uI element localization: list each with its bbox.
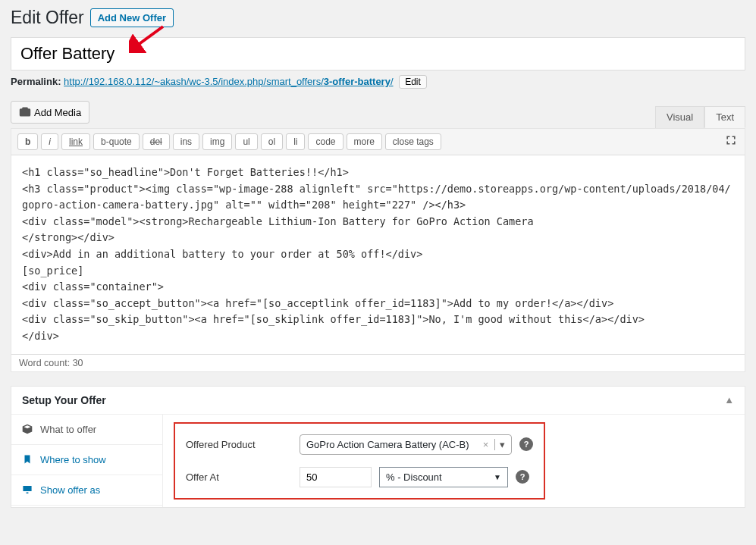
toolbar-del-button[interactable]: del xyxy=(143,133,170,150)
help-icon[interactable]: ? xyxy=(516,470,529,484)
cube-icon xyxy=(22,424,33,434)
setup-panel-title: Setup Your Offer xyxy=(22,394,106,406)
toolbar-ul-button[interactable]: ul xyxy=(235,133,257,150)
collapse-panel-icon[interactable]: ▲ xyxy=(724,394,734,406)
chevron-down-icon: ▼ xyxy=(494,473,501,481)
permalink-link[interactable]: http://192.168.0.112/~akash/wc-3.5/index… xyxy=(64,76,393,87)
word-count: Word count: 30 xyxy=(11,354,745,371)
page-title: Edit Offer xyxy=(11,8,84,28)
permalink-label: Permalink: xyxy=(11,76,61,87)
chevron-down-icon[interactable]: ▾ xyxy=(494,439,505,450)
toolbar-bquote-button[interactable]: b-quote xyxy=(93,133,140,150)
editor-toolbar: b i link b-quote del ins img ul ol li co… xyxy=(11,129,745,155)
add-media-button[interactable]: Add Media xyxy=(11,101,89,124)
offer-at-label: Offer At xyxy=(186,471,292,483)
toolbar-ins-button[interactable]: ins xyxy=(173,133,199,150)
fullscreen-icon[interactable] xyxy=(725,134,737,149)
permalink-row: Permalink: http://192.168.0.112/~akash/w… xyxy=(11,75,745,89)
toolbar-bold-button[interactable]: b xyxy=(17,133,38,150)
help-icon[interactable]: ? xyxy=(519,437,533,451)
edit-slug-button[interactable]: Edit xyxy=(399,75,427,89)
tab-text[interactable]: Text xyxy=(704,106,745,128)
toolbar-li-button[interactable]: li xyxy=(286,133,305,150)
editor-textarea[interactable]: <h1 class="so_headline">Don't Forget Bat… xyxy=(11,155,745,354)
bookmark-icon xyxy=(22,454,33,465)
nav-show-offer-as[interactable]: Show offer as xyxy=(11,475,162,506)
toolbar-link-button[interactable]: link xyxy=(61,133,90,150)
offer-at-input[interactable] xyxy=(300,467,372,487)
annotation-arrow-icon xyxy=(129,23,167,53)
toolbar-img-button[interactable]: img xyxy=(202,133,232,150)
toolbar-closetags-button[interactable]: close tags xyxy=(385,133,441,150)
nav-where-to-show[interactable]: Where to show xyxy=(11,445,162,475)
toolbar-more-button[interactable]: more xyxy=(347,133,382,150)
nav-what-to-offer[interactable]: What to offer xyxy=(11,415,162,445)
camera-icon xyxy=(19,106,31,118)
discount-type-select[interactable]: % - Discount ▼ xyxy=(379,467,508,487)
toolbar-ol-button[interactable]: ol xyxy=(261,133,283,150)
svg-line-1 xyxy=(135,27,163,47)
offered-product-select[interactable]: GoPro Action Camera Battery (AC-B) × ▾ xyxy=(300,434,512,455)
clear-product-icon[interactable]: × xyxy=(483,439,489,450)
offer-title-input[interactable] xyxy=(11,37,745,70)
toolbar-code-button[interactable]: code xyxy=(308,133,343,150)
offered-product-label: Offered Product xyxy=(186,439,292,450)
highlight-box: Offered Product GoPro Action Camera Batt… xyxy=(174,422,545,500)
monitor-icon xyxy=(22,484,33,495)
toolbar-italic-button[interactable]: i xyxy=(41,133,58,150)
tab-visual[interactable]: Visual xyxy=(655,106,704,128)
